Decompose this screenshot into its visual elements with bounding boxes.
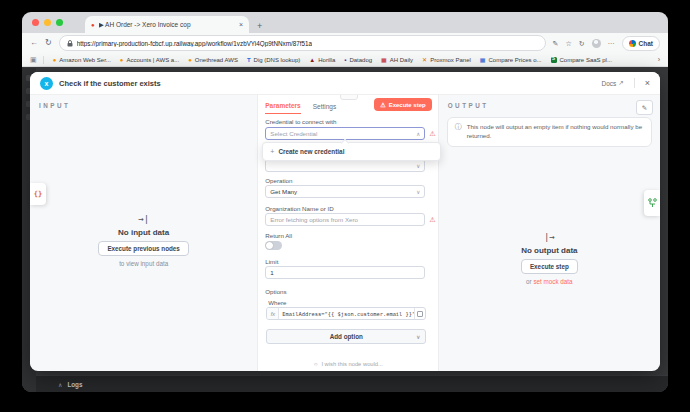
options-label: Options (265, 288, 286, 295)
bookmark-item[interactable]: SCompare SaaS pl... (551, 57, 612, 63)
edit-output-button[interactable]: ✎ (636, 100, 653, 115)
zoom-window-button[interactable] (56, 19, 63, 26)
share-icon[interactable]: ✎ (553, 40, 559, 47)
bookmark-label: Horilla (318, 57, 335, 63)
organization-input[interactable]: Error fetching options from Xero (265, 213, 425, 226)
bulb-icon: ☼ (313, 361, 318, 367)
docs-label: Docs (601, 80, 616, 87)
tab-close-icon[interactable]: × (239, 21, 243, 28)
info-icon: ⓘ (455, 123, 462, 141)
tab-parameters[interactable]: Parameters (265, 96, 300, 114)
bookmark-favicon-icon: ▦ (381, 57, 387, 63)
plus-icon: + (270, 148, 274, 155)
schema-edge-tab[interactable] (644, 190, 660, 216)
docs-link[interactable]: Docs ↗ (601, 79, 623, 87)
chat-label: Chat (639, 40, 653, 47)
browser-menu-icon[interactable]: ⋯ (608, 40, 615, 47)
credential-warning-icon: ⚠ (429, 130, 435, 137)
bookmark-label: Compare Prices o... (489, 57, 542, 63)
bookmark-item[interactable]: ●Accounts | AWS a... (120, 57, 179, 63)
credential-dropdown: + Create new credential (262, 142, 441, 161)
bookmark-label: Accounts | AWS a... (126, 57, 179, 63)
node-title[interactable]: Check if the customer exists (59, 79, 595, 88)
expand-expression-button[interactable] (414, 308, 425, 319)
output-panel-header: OUTPUT (439, 95, 660, 109)
set-mock-data-link[interactable]: set mock data (533, 278, 572, 285)
wish-label: I wish this node would... (321, 361, 383, 367)
bookmark-item[interactable]: ▦Compare Prices o... (480, 57, 542, 63)
bookmark-star-icon[interactable]: ☆ (565, 40, 571, 47)
output-arrow-icon: |→ (544, 232, 555, 242)
minimize-window-button[interactable] (44, 19, 51, 26)
logs-expand-icon[interactable]: ∧ (58, 381, 62, 388)
node-gear-tab[interactable]: ⚙ (340, 95, 358, 100)
node-detail-modal: x Check if the customer exists Docs ↗ × … (30, 72, 660, 370)
execute-step-output-button[interactable]: Execute step (521, 259, 578, 274)
bookmark-item[interactable]: ●Amazon Web Ser... (53, 57, 111, 63)
bookmark-item[interactable]: ▲Horilla (309, 57, 335, 63)
operation-label: Operation (265, 177, 292, 184)
execute-step-button[interactable]: ⚠ Execute step (374, 98, 431, 111)
input-arrow-icon: →| (138, 214, 149, 224)
wish-feedback-link[interactable]: ☼ I wish this node would... (258, 361, 437, 367)
browser-toolbar: ← ↻ https://primary-production-fcbcf.up.… (22, 33, 668, 53)
execute-step-label: Execute step (389, 102, 426, 108)
where-expression-field[interactable]: fx EmailAddress="{{ $json.customer.email… (266, 307, 426, 320)
profile-avatar[interactable] (592, 39, 601, 48)
operation-value: Get Many (270, 188, 297, 195)
input-empty-state: →| No input data Execute previous nodes … (30, 109, 257, 371)
history-sync-icon[interactable]: ↻ (579, 40, 585, 47)
bookmark-favicon-icon: ● (120, 57, 124, 63)
back-button[interactable]: ← (30, 39, 38, 47)
external-link-icon: ↗ (618, 79, 623, 87)
logs-label: Logs (67, 381, 82, 388)
bookmark-item[interactable]: ✕Proxmox Panel (422, 57, 471, 63)
bookmark-favicon-icon: ✕ (422, 57, 427, 63)
credential-label: Credential to connect with (265, 118, 336, 125)
credential-placeholder: Select Credential (270, 130, 317, 137)
json-edge-tab[interactable]: {} (30, 183, 46, 205)
bookmarks-overflow-chevron[interactable]: › (658, 56, 660, 63)
limit-input[interactable]: 1 (265, 266, 425, 279)
braces-icon: {} (34, 190, 42, 198)
bookmark-label: Compare SaaS pl... (560, 57, 612, 63)
modal-close-icon[interactable]: × (645, 78, 650, 88)
tab-title: ▶ AH Order -> Xero Invoice cop (99, 21, 235, 29)
header-divider (634, 78, 635, 88)
organization-error-text: Error fetching options from Xero (270, 216, 358, 223)
limit-label: Limit (265, 258, 278, 265)
address-bar[interactable]: https://primary-production-fcbcf.up.rail… (59, 35, 546, 51)
expand-icon (417, 311, 423, 317)
organization-warning-icon: ⚠ (429, 216, 435, 223)
bookmark-item[interactable]: ▪Datadog (344, 57, 372, 63)
chat-button[interactable]: Chat (622, 36, 660, 51)
browser-tab[interactable]: ● ▶ AH Order -> Xero Invoice cop × (85, 16, 249, 33)
bookmark-label: Onethread AWS (195, 57, 238, 63)
side-panel-icon[interactable]: ▣ (30, 56, 44, 64)
gear-icon: ⚙ (346, 95, 352, 97)
bookmark-item[interactable]: TDig (DNS lookup) (247, 57, 300, 63)
return-all-toggle[interactable] (265, 241, 282, 250)
tab-settings[interactable]: Settings (313, 97, 337, 114)
input-empty-title: No input data (118, 228, 169, 237)
operation-select[interactable]: Get Many ∨ (265, 185, 425, 198)
close-window-button[interactable] (32, 19, 39, 26)
branch-icon (648, 198, 657, 208)
add-option-button[interactable]: Add option ∨ (266, 329, 426, 344)
logs-panel-bar[interactable]: ∧ Logs (36, 375, 668, 392)
output-empty-title: No output data (521, 246, 577, 255)
fx-icon: fx (267, 308, 279, 319)
bookmark-favicon-icon: ▦ (480, 57, 486, 63)
new-tab-button[interactable]: + (257, 21, 262, 31)
chat-pinwheel-icon (629, 40, 636, 47)
create-new-credential-option[interactable]: Create new credential (278, 148, 344, 155)
execute-previous-nodes-button[interactable]: Execute previous nodes (98, 241, 188, 256)
reload-button[interactable]: ↻ (45, 39, 52, 47)
bookmark-item[interactable]: ▦AH Daily (381, 57, 413, 63)
bookmark-item[interactable]: ●Onethread AWS (188, 57, 238, 63)
bookmark-favicon-icon: ● (53, 57, 57, 63)
or-text: or (526, 278, 532, 285)
output-empty-state: |→ No output data Execute step or set mo… (439, 147, 660, 371)
url-text: https://primary-production-fcbcf.up.rail… (77, 40, 312, 47)
expression-text[interactable]: EmailAddress="{{ $json.customer.email }}… (279, 308, 414, 319)
